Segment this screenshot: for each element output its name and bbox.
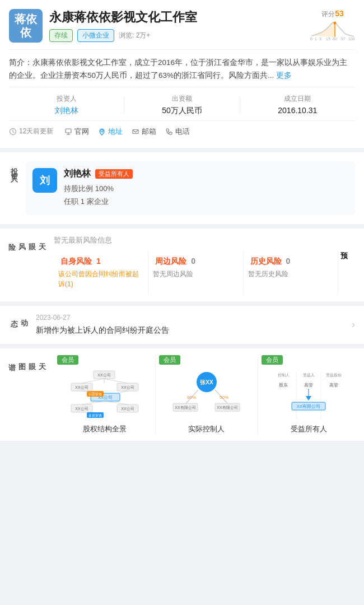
investor-companies: 任职 1 家企业 bbox=[64, 195, 348, 208]
member-badge-3: 会员 bbox=[262, 355, 283, 365]
svg-text:受益股份: 受益股份 bbox=[326, 373, 342, 377]
location-icon bbox=[98, 128, 106, 136]
stat-capital: 出资额 50万人民币 bbox=[124, 94, 239, 116]
phone-link[interactable]: 电话 bbox=[165, 127, 190, 137]
investor-name[interactable]: 刘艳林 bbox=[64, 168, 91, 180]
graph-card: 天眼图谱 会员 XX公司 XX公司 XX公司 bbox=[0, 348, 364, 441]
svg-text:100: 100 bbox=[348, 37, 355, 41]
svg-text:60%: 60% bbox=[187, 395, 196, 400]
svg-text:高管: 高管 bbox=[329, 383, 338, 388]
graph-item-beneficial[interactable]: 会员 控制人 受益人 受益股份 股东 高管 高管 bbox=[258, 355, 360, 434]
dynamic-card[interactable]: 动态 2023-06-27 新增作为被上诉人的合同纠纷开庭公告 › bbox=[0, 306, 364, 344]
graph-item-controller[interactable]: 会员 张XX 60% 50% XX有限公司 XX bbox=[156, 355, 258, 434]
svg-text:XX公司: XX公司 bbox=[75, 407, 88, 411]
graph-label-3: 受益所有人 bbox=[291, 424, 327, 434]
member-badge-1: 会员 bbox=[57, 355, 78, 365]
svg-text:张XX: 张XX bbox=[200, 379, 213, 385]
graph-side-label: 天眼图谱 bbox=[0, 348, 54, 441]
investor-card: 投 资 人 1 刘 刘艳林 受益所有人 持股比例 100% 任职 1 家企业 bbox=[0, 152, 364, 224]
svg-text:XX公司: XX公司 bbox=[97, 373, 110, 377]
svg-line-35 bbox=[105, 401, 128, 404]
svg-line-22 bbox=[82, 379, 104, 383]
risk-item-history: 历史风险 0 暂无历史风险 bbox=[244, 251, 338, 295]
graph-preview-3: 控制人 受益人 受益股份 股东 高管 高管 XX有限公司 bbox=[262, 369, 356, 420]
controller-chart: 张XX 60% 50% XX有限公司 XX有限公司 bbox=[170, 370, 243, 419]
dynamic-date: 2023-06-27 bbox=[36, 314, 345, 322]
svg-text:50%: 50% bbox=[220, 395, 228, 400]
stat-capital-label: 出资额 bbox=[172, 94, 192, 104]
graph-label-2: 实际控制人 bbox=[188, 424, 225, 434]
investor-avatar: 刘 bbox=[32, 168, 57, 193]
company-tags: 存续 小微企业 浏览: 2万+ bbox=[49, 29, 304, 42]
svg-point-13 bbox=[101, 129, 103, 132]
svg-text:97: 97 bbox=[341, 37, 346, 41]
stat-date-label: 成立日期 bbox=[284, 94, 311, 104]
more-link[interactable]: 更多 bbox=[276, 71, 292, 80]
risk-self-desc: 该公司曾因合同纠纷而被起诉(1) bbox=[58, 269, 143, 289]
svg-text:受益人: 受益人 bbox=[303, 373, 315, 378]
graph-preview-1: XX公司 XX公司 XX公司 XX公司 10层穿透 bbox=[57, 369, 152, 420]
risk-grid: 自身风险 1 该公司曾因合同纠纷而被起诉(1) 周边风险 0 暂无周边风险 历史… bbox=[54, 251, 355, 295]
risk-item-self: 自身风险 1 该公司曾因合同纠纷而被起诉(1) bbox=[54, 251, 148, 295]
dynamic-side-label: 动态 bbox=[9, 314, 29, 336]
risk-notice: 暂无最新风险信息 bbox=[54, 235, 355, 245]
svg-text:15: 15 bbox=[326, 37, 330, 41]
svg-point-8 bbox=[334, 22, 337, 25]
investor-details: 刘艳林 受益所有人 持股比例 100% 任职 1 家企业 bbox=[64, 168, 348, 208]
email-icon bbox=[132, 128, 139, 136]
company-avatar: 蒋依依 bbox=[9, 9, 43, 43]
svg-text:1: 1 bbox=[315, 37, 317, 41]
risk-card: 天眼风险 暂无最新风险信息 自身风险 1 该公司曾因合同纠纷而被起诉(1) 周边… bbox=[0, 229, 364, 301]
stat-investor-label: 投资人 bbox=[57, 94, 77, 104]
stock-structure-chart: XX公司 XX公司 XX公司 XX公司 10层穿透 bbox=[66, 370, 144, 419]
stat-investor-value[interactable]: 刘艳林 bbox=[55, 106, 78, 116]
investor-side-label: 投 资 人 1 bbox=[0, 161, 19, 179]
company-description: 简介：永康蒋依依影视文化工作室，成立于2016年，位于浙江省金华市，是一家以从事… bbox=[9, 49, 355, 87]
svg-text:XX有限公司: XX有限公司 bbox=[217, 406, 237, 409]
svg-text:XX有限公司: XX有限公司 bbox=[175, 406, 195, 409]
svg-line-29 bbox=[116, 391, 128, 393]
score-chart: 0 1 3 15 60 97 100 bbox=[310, 19, 355, 41]
email-link[interactable]: 邮箱 bbox=[132, 127, 156, 137]
risk-item-predict: 预 bbox=[338, 251, 355, 295]
type-tag: 小微企业 bbox=[77, 29, 114, 42]
action-links: 官网 地址 邮箱 电话 bbox=[64, 127, 190, 137]
svg-marker-57 bbox=[306, 396, 311, 401]
beneficial-chart: 控制人 受益人 受益股份 股东 高管 高管 XX有限公司 bbox=[272, 370, 345, 419]
graph-preview-2: 张XX 60% 50% XX有限公司 XX有限公司 bbox=[159, 369, 254, 420]
stat-date-value: 2016.10.31 bbox=[278, 106, 317, 115]
svg-text:XX公司: XX公司 bbox=[121, 385, 134, 389]
svg-line-34 bbox=[82, 401, 105, 404]
svg-text:XX公司: XX公司 bbox=[75, 385, 88, 389]
address-link[interactable]: 地址 bbox=[98, 127, 123, 137]
svg-rect-10 bbox=[66, 129, 71, 133]
website-link[interactable]: 官网 bbox=[64, 127, 89, 137]
svg-text:股东: 股东 bbox=[279, 383, 288, 388]
svg-line-23 bbox=[104, 379, 128, 383]
member-badge-2: 会员 bbox=[159, 355, 180, 365]
company-name: 永康蒋依依影视文化工作室 bbox=[49, 9, 304, 26]
header-card: 蒋依依 永康蒋依依影视文化工作室 存续 小微企业 浏览: 2万+ 评分53 0 … bbox=[0, 0, 364, 148]
company-info: 永康蒋依依影视文化工作室 存续 小微企业 浏览: 2万+ bbox=[49, 9, 304, 42]
update-time: 12天前更新 bbox=[9, 127, 53, 136]
graph-items: 会员 XX公司 XX公司 XX公司 XX公司 bbox=[54, 348, 364, 441]
views-tag: 浏览: 2万+ bbox=[119, 31, 150, 40]
phone-icon bbox=[165, 128, 173, 136]
stats-row: 投资人 刘艳林 出资额 50万人民币 成立日期 2016.10.31 bbox=[9, 87, 355, 120]
risk-history-desc: 暂无历史风险 bbox=[248, 269, 333, 279]
stat-capital-value: 50万人民币 bbox=[162, 106, 202, 116]
score-label: 评分53 bbox=[321, 9, 344, 19]
risk-history-title: 历史风险 0 bbox=[248, 257, 333, 267]
update-row: 12天前更新 官网 地址 邮箱 电话 bbox=[9, 120, 355, 139]
svg-text:XX公司: XX公司 bbox=[121, 407, 134, 411]
refresh-icon bbox=[9, 128, 17, 136]
svg-text:0: 0 bbox=[310, 37, 312, 41]
risk-nearby-title: 周边风险 0 bbox=[153, 257, 238, 267]
dynamic-content: 2023-06-27 新增作为被上诉人的合同纠纷开庭公告 bbox=[36, 314, 345, 336]
svg-text:3: 3 bbox=[319, 37, 321, 41]
status-tag: 存续 bbox=[49, 29, 73, 42]
graph-item-stock[interactable]: 会员 XX公司 XX公司 XX公司 XX公司 bbox=[54, 355, 156, 434]
chevron-right-icon: › bbox=[352, 314, 355, 336]
risk-content: 暂无最新风险信息 自身风险 1 该公司曾因合同纠纷而被起诉(1) 周边风险 0 … bbox=[54, 229, 364, 301]
investor-name-row: 刘艳林 受益所有人 bbox=[64, 168, 348, 180]
